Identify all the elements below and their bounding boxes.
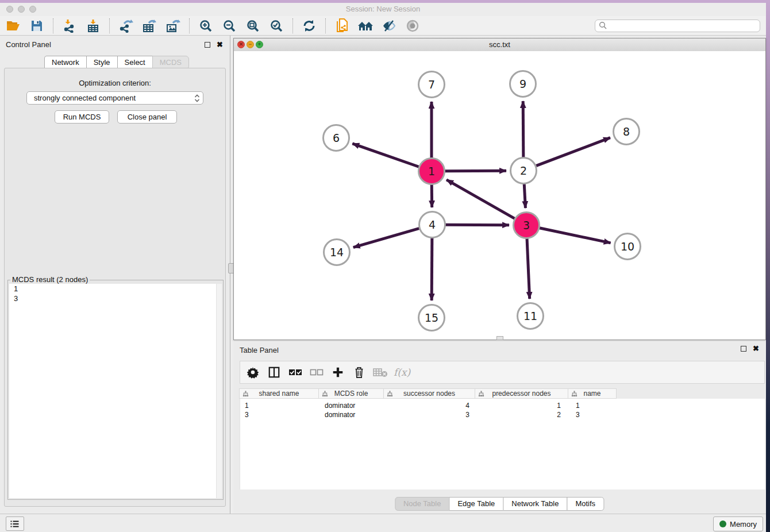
list-icon bbox=[10, 520, 20, 528]
graph-node-11[interactable]: 11 bbox=[517, 302, 544, 330]
result-scrollbar[interactable] bbox=[216, 284, 222, 498]
result-line: 1 bbox=[9, 284, 222, 294]
graph-node-6[interactable]: 6 bbox=[322, 124, 350, 152]
table-panel-close-icon[interactable]: ✖ bbox=[753, 344, 759, 353]
export-network-icon[interactable] bbox=[117, 17, 134, 34]
toolbar-separator bbox=[109, 18, 110, 33]
deselect-all-icon[interactable] bbox=[309, 364, 325, 380]
graph-node-9[interactable]: 9 bbox=[509, 70, 537, 98]
select-all-icon[interactable] bbox=[287, 364, 303, 380]
table-cell[interactable]: dominator bbox=[320, 411, 386, 419]
search-input[interactable] bbox=[607, 20, 760, 32]
tab-node-table[interactable]: Node Table bbox=[395, 497, 450, 511]
delete-row-icon[interactable] bbox=[351, 364, 367, 380]
table-cell[interactable]: 1 bbox=[571, 402, 620, 410]
table-cell[interactable]: 3 bbox=[240, 411, 320, 419]
add-row-icon[interactable] bbox=[330, 364, 346, 380]
network-window-titlebar[interactable]: ✕ − + scc.txt bbox=[234, 38, 765, 52]
criterion-selected-value: strongly connected component bbox=[27, 94, 191, 102]
table-tabs: Node TableEdge TableNetwork TableMotifs bbox=[395, 497, 604, 511]
table-header: shared nameMCDS rolesuccessor nodesprede… bbox=[240, 388, 617, 399]
close-panel-button[interactable]: Close panel bbox=[117, 110, 177, 124]
control-panel-close-icon[interactable]: ✖ bbox=[217, 40, 223, 49]
table-row[interactable]: 1dominator411 bbox=[240, 401, 765, 410]
column-visibility-icon[interactable] bbox=[266, 364, 282, 380]
task-history-button[interactable] bbox=[6, 516, 24, 531]
run-mcds-button[interactable]: Run MCDS bbox=[55, 110, 109, 124]
search-box[interactable] bbox=[595, 20, 760, 32]
table-cell[interactable]: 3 bbox=[386, 411, 478, 419]
table-toolbar: f(x) bbox=[240, 361, 765, 384]
export-table-icon[interactable] bbox=[141, 17, 158, 34]
save-session-icon[interactable] bbox=[28, 17, 45, 34]
export-image-icon[interactable] bbox=[164, 17, 182, 34]
mcds-result-title: MCDS result (2 nodes) bbox=[10, 275, 90, 284]
control-panel: Control Panel ✖ NetworkStyleSelectMCDS O… bbox=[0, 36, 230, 514]
main-toolbar bbox=[0, 16, 766, 36]
clone-network-icon[interactable] bbox=[333, 17, 351, 34]
graph-node-10[interactable]: 10 bbox=[614, 233, 641, 260]
graph-node-3[interactable]: 3 bbox=[513, 211, 540, 239]
tab-edge-table[interactable]: Edge Table bbox=[449, 497, 503, 511]
column-header-MCDS-role[interactable]: MCDS role bbox=[318, 388, 384, 399]
refresh-icon[interactable] bbox=[301, 17, 318, 34]
home-layout-icon[interactable] bbox=[357, 17, 374, 34]
memory-label: Memory bbox=[730, 520, 757, 529]
mcds-result-list[interactable]: 13 bbox=[9, 284, 222, 498]
table-panel-float-icon[interactable] bbox=[741, 346, 746, 352]
column-header-predecessor-nodes[interactable]: predecessor nodes bbox=[475, 388, 568, 399]
optimization-criterion-label: Optimization criterion: bbox=[5, 79, 225, 87]
column-header-successor-nodes[interactable]: successor nodes bbox=[383, 388, 475, 399]
memory-status-icon bbox=[719, 521, 726, 527]
graph-node-7[interactable]: 7 bbox=[418, 71, 445, 98]
table-cell[interactable]: 4 bbox=[386, 402, 478, 410]
graph-node-14[interactable]: 14 bbox=[323, 238, 351, 266]
network-resize-handle[interactable] bbox=[496, 336, 503, 340]
graph-node-4[interactable]: 4 bbox=[418, 211, 446, 238]
desktop-background-right bbox=[766, 0, 770, 532]
result-line: 3 bbox=[9, 294, 222, 303]
open-session-icon[interactable] bbox=[5, 17, 22, 34]
toolbar-separator bbox=[189, 18, 190, 33]
tab-motifs[interactable]: Motifs bbox=[567, 497, 604, 511]
table-cell[interactable]: 1 bbox=[478, 402, 571, 410]
control-panel-float-icon[interactable] bbox=[205, 42, 210, 48]
criterion-select[interactable]: strongly connected component bbox=[26, 91, 203, 105]
network-window-title: scc.txt bbox=[234, 40, 765, 49]
column-header-shared-name[interactable]: shared name bbox=[239, 388, 319, 399]
mcds-result-group: MCDS result (2 nodes) 13 bbox=[7, 280, 224, 500]
table-cell[interactable]: 1 bbox=[240, 402, 320, 410]
table-body[interactable]: 1dominator4113dominator323 bbox=[240, 399, 765, 489]
network-window: ✕ − + scc.txt 7968124314101511 bbox=[233, 38, 766, 340]
table-cell[interactable]: dominator bbox=[320, 402, 386, 410]
hide-graphics-details-icon[interactable] bbox=[380, 17, 398, 34]
graph-node-1[interactable]: 1 bbox=[418, 157, 445, 185]
control-panel-title: Control Panel bbox=[6, 40, 51, 49]
import-table-icon[interactable] bbox=[84, 17, 102, 34]
import-network-icon[interactable] bbox=[61, 17, 78, 34]
function-builder-icon[interactable]: f(x) bbox=[394, 367, 410, 378]
graph-node-8[interactable]: 8 bbox=[613, 118, 640, 145]
column-header-name[interactable]: name bbox=[568, 388, 617, 399]
status-bar: Memory bbox=[0, 514, 766, 532]
show-graphics-details-icon[interactable] bbox=[404, 17, 421, 34]
delete-table-icon[interactable] bbox=[372, 364, 388, 380]
graph-node-15[interactable]: 15 bbox=[418, 304, 445, 331]
memory-button[interactable]: Memory bbox=[713, 516, 763, 531]
zoom-out-icon[interactable] bbox=[221, 17, 238, 34]
table-cell[interactable]: 2 bbox=[478, 411, 571, 419]
zoom-fit-icon[interactable] bbox=[244, 17, 261, 34]
mcds-panel: Optimization criterion: strongly connect… bbox=[4, 68, 226, 507]
table-row[interactable]: 3dominator323 bbox=[240, 410, 765, 419]
session-title: Session: New Session bbox=[0, 5, 766, 13]
network-canvas[interactable]: 7968124314101511 bbox=[234, 51, 765, 340]
graph-node-2[interactable]: 2 bbox=[510, 157, 537, 184]
tab-network-table[interactable]: Network Table bbox=[503, 497, 567, 511]
zoom-selected-icon[interactable] bbox=[268, 17, 285, 34]
toolbar-separator bbox=[53, 18, 53, 33]
table-cell[interactable]: 3 bbox=[571, 411, 620, 419]
zoom-in-icon[interactable] bbox=[197, 17, 214, 34]
select-stepper-icon bbox=[191, 94, 203, 102]
table-panel-title: Table Panel bbox=[240, 346, 279, 354]
table-options-icon[interactable] bbox=[245, 364, 261, 380]
